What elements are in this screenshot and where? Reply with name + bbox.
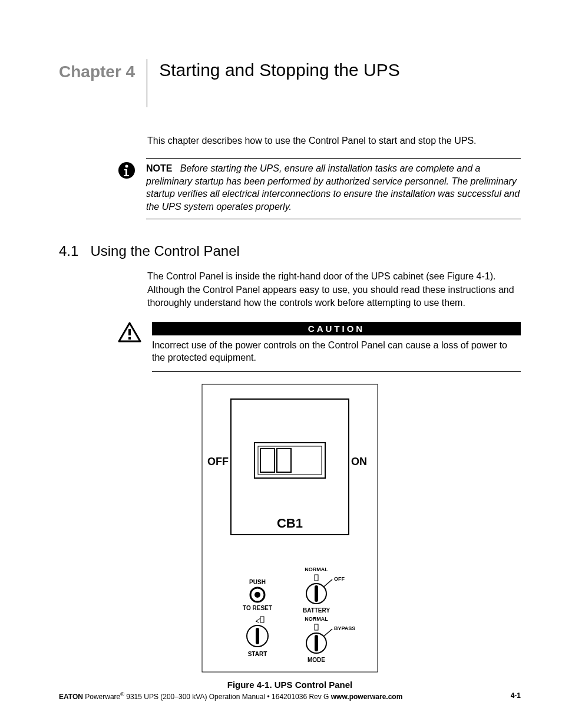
svg-point-11 xyxy=(254,592,260,598)
footer-url: www.powerware.com xyxy=(331,693,403,701)
label-push: PUSH xyxy=(249,579,266,585)
label-on: ON xyxy=(351,456,367,467)
footer-product: Powerware xyxy=(83,693,120,701)
svg-rect-12 xyxy=(260,617,264,622)
page-footer: EATON Powerware® 9315 UPS (200–300 kVA) … xyxy=(59,691,521,701)
label-normal2: NORMAL xyxy=(305,616,328,622)
figure-control-panel: OFF ON CB1 PUSH TO RESET START NORMAL OF… xyxy=(59,384,521,690)
svg-rect-17 xyxy=(315,575,318,581)
svg-point-1 xyxy=(125,165,128,168)
svg-rect-16 xyxy=(256,628,259,644)
label-mode: MODE xyxy=(308,657,325,663)
caution-content: CAUTION Incorrect use of the power contr… xyxy=(152,322,521,372)
label-off: OFF xyxy=(207,456,229,467)
note-label: NOTE xyxy=(146,163,172,173)
info-icon xyxy=(118,158,135,179)
section-number: 4.1 xyxy=(59,243,78,259)
chapter-number: Chapter 4 xyxy=(59,59,147,81)
section-body: The Control Panel is inside the right-ha… xyxy=(147,270,521,309)
note-body: Before starting the UPS, ensure all inst… xyxy=(146,163,520,212)
label-to-reset: TO RESET xyxy=(243,605,272,611)
section-heading: 4.1 Using the Control Panel xyxy=(59,243,521,259)
note-content: NOTE Before starting the UPS, ensure all… xyxy=(146,158,521,219)
label-start: START xyxy=(248,651,267,657)
section-title: Using the Control Panel xyxy=(90,243,239,259)
label-off2: OFF xyxy=(334,576,345,582)
caution-label: CAUTION xyxy=(152,322,521,335)
caution-body: Incorrect use of the power controls on t… xyxy=(152,339,521,364)
svg-rect-8 xyxy=(260,449,275,472)
footer-rest: 9315 UPS (200–300 kVA) Operation Manual … xyxy=(124,693,331,701)
chapter-header: Chapter 4 Starting and Stopping the UPS xyxy=(59,59,521,107)
figure-caption: Figure 4-1. UPS Control Panel xyxy=(59,680,521,690)
svg-rect-2 xyxy=(128,329,131,335)
label-battery: BATTERY xyxy=(303,607,330,614)
note-block: NOTE Before starting the UPS, ensure all… xyxy=(118,158,521,219)
footer-brand: EATON xyxy=(59,693,83,701)
warning-icon xyxy=(118,322,141,343)
label-normal1: NORMAL xyxy=(305,566,328,572)
svg-rect-3 xyxy=(128,337,131,340)
page-number: 4-1 xyxy=(511,691,521,701)
label-bypass: BYPASS xyxy=(334,625,355,631)
label-cb1: CB1 xyxy=(277,516,303,531)
intro-paragraph: This chapter describes how to use the Co… xyxy=(147,136,521,146)
svg-rect-20 xyxy=(315,585,318,602)
footer-left: EATON Powerware® 9315 UPS (200–300 kVA) … xyxy=(59,691,402,701)
svg-rect-9 xyxy=(277,449,291,472)
svg-rect-21 xyxy=(315,624,318,630)
svg-rect-24 xyxy=(315,635,318,651)
registered-mark: ® xyxy=(120,691,124,697)
chapter-title: Starting and Stopping the UPS xyxy=(147,59,400,80)
caution-block: CAUTION Incorrect use of the power contr… xyxy=(118,322,521,372)
